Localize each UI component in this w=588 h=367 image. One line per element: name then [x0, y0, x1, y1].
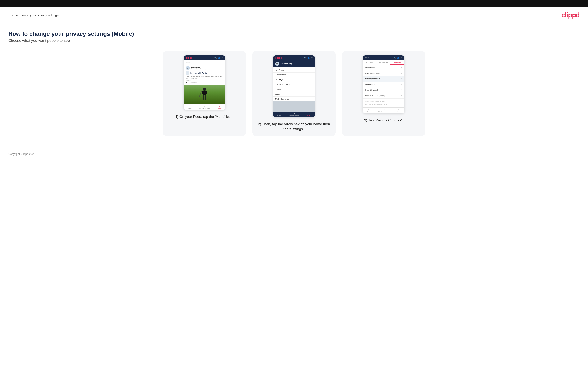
- svg-rect-5: [205, 95, 206, 100]
- menu-logout[interactable]: Logout: [273, 87, 315, 92]
- menu-help-support[interactable]: Help & Support ↗: [273, 82, 315, 87]
- nav-home-3[interactable]: ⌂ Home: [367, 108, 371, 113]
- menu-performance-section[interactable]: My Performance ∨: [273, 97, 315, 101]
- phone2-logo: clippd: [275, 57, 282, 59]
- phone2-icons: 🔍 👤 ⊕: [304, 57, 313, 59]
- svg-rect-4: [203, 95, 204, 100]
- menu-settings[interactable]: Settings: [273, 77, 315, 82]
- performance-icon-1: ↗: [204, 105, 206, 107]
- lesson-desc: Looking to feel like my hands are exitin…: [186, 75, 223, 79]
- nav-performance-1[interactable]: ↗ My Performance: [199, 105, 210, 109]
- phone1-logo: clippd: [186, 57, 192, 59]
- user-info-1: Blair McHarg Yesterday · Sunningdale: [191, 66, 209, 70]
- nav-menu-1[interactable]: ≡ Menu: [218, 105, 222, 109]
- nav-performance-label-3: My Performance: [378, 111, 389, 113]
- data-integrations-label: Data Integrations: [365, 72, 380, 74]
- tab-my-profile[interactable]: My Profile: [363, 60, 377, 65]
- phone1-icons: 🔍 👤 ⊕: [215, 57, 223, 59]
- menu-performance-label: My Performance: [275, 98, 289, 100]
- phone3-tabs: My Profile Connections Settings: [363, 60, 404, 65]
- search-icon: 🔍: [215, 57, 217, 59]
- phone2-topbar: clippd 🔍 👤 ⊕: [273, 55, 315, 60]
- svg-rect-3: [206, 91, 208, 94]
- nav-performance-3[interactable]: ↗ My Performance: [378, 108, 389, 113]
- phone1-user-row: BM Blair McHarg Yesterday · Sunningdale: [186, 66, 223, 70]
- step-1-card: clippd 🔍 👤 ⊕ Feed BM Blair McHarg Yester…: [163, 51, 246, 136]
- steps-container: clippd 🔍 👤 ⊕ Feed BM Blair McHarg Yester…: [8, 51, 580, 136]
- service-privacy-label: Service & Privacy Policy: [365, 95, 385, 97]
- phone1-topbar: clippd 🔍 👤 ⊕: [184, 55, 225, 60]
- close-icon-2: ✕: [308, 113, 310, 115]
- performance-icon-2: ↗: [294, 113, 295, 115]
- duration-label: Duration: [186, 80, 223, 82]
- home-icon-1: ⌂: [189, 105, 190, 107]
- menu-icon-1: ≡: [219, 105, 220, 107]
- settings-privacy-controls[interactable]: Privacy Controls ›: [363, 76, 404, 82]
- menu-list: My Profile Connections Settings Help & S…: [273, 67, 315, 92]
- nav-menu-label-3: Menu: [397, 111, 401, 113]
- settings-icon-3: ⊕: [401, 57, 402, 59]
- lesson-title: Lesson with Fordy: [190, 72, 207, 74]
- nav-home-2[interactable]: ⌂ Home: [277, 113, 281, 117]
- footer: Copyright Clippd 2022: [0, 148, 588, 160]
- settings-data-integrations[interactable]: Data Integrations ›: [363, 70, 404, 76]
- phone2-username: Blair McHarg: [281, 63, 292, 65]
- copyright: Copyright Clippd 2022: [8, 152, 35, 156]
- step-1-caption: 1) On your Feed, tap the 'Menu' icon.: [175, 114, 233, 119]
- chevron-my-golf-bag: ›: [401, 83, 402, 85]
- search-icon-3: 🔍: [394, 57, 396, 59]
- nav-performance-2[interactable]: ↗ My Performance: [289, 113, 299, 117]
- back-button[interactable]: < Back: [365, 57, 370, 59]
- page-subheading: Choose what you want people to see: [8, 38, 580, 43]
- phone2-blurred-bg: [273, 101, 315, 112]
- phone2-bottom-nav: ⌂ Home ↗ My Performance ✕ Menu: [273, 112, 315, 117]
- logo: clippd: [561, 11, 580, 19]
- phone2-user-left: BM Blair McHarg: [275, 62, 292, 66]
- menu-connections[interactable]: Connections: [273, 73, 315, 77]
- nav-close-2[interactable]: ✕ Menu: [307, 113, 311, 117]
- golfer-silhouette: [198, 87, 211, 104]
- privacy-controls-label: Privacy Controls: [365, 78, 380, 80]
- svg-rect-1: [203, 91, 206, 95]
- phone3-back-bar: < Back 🔍 👤 ⊕: [363, 55, 404, 60]
- lesson-icon: ✎: [186, 71, 189, 75]
- chevron-privacy-controls: ›: [401, 78, 402, 80]
- settings-service-privacy[interactable]: Service & Privacy Policy ↗: [363, 93, 404, 99]
- phone-mockup-3: < Back 🔍 👤 ⊕ My Profile Connections Sett…: [363, 55, 404, 113]
- menu-my-profile[interactable]: My Profile: [273, 68, 315, 73]
- settings-my-account[interactable]: My Account ›: [363, 65, 404, 70]
- version-server: GQL Server Version: 2022.7.30-1: [365, 103, 402, 105]
- phone1-post: BM Blair McHarg Yesterday · Sunningdale …: [184, 64, 225, 85]
- header: How to change your privacy settings clip…: [0, 8, 588, 22]
- page-heading: How to change your privacy settings (Mob…: [8, 31, 580, 37]
- external-help-icon: ↗: [401, 89, 402, 91]
- svg-rect-2: [202, 91, 203, 94]
- menu-icon-3: ≡: [398, 108, 399, 111]
- menu-home-section[interactable]: Home ∨: [273, 92, 315, 97]
- version-info: Clippd Client Version: 2022.8.3-3 GQL Se…: [363, 99, 404, 107]
- header-title: How to change your privacy settings: [8, 13, 59, 17]
- duration-val: 01 hr : 30 min: [186, 82, 223, 83]
- nav-menu-label-2: Menu: [307, 115, 311, 117]
- step-2-card: clippd 🔍 👤 ⊕ BM Blair McHarg ∧ My Prof: [252, 51, 336, 136]
- home-icon-2: ⌂: [279, 113, 279, 114]
- settings-my-golf-bag[interactable]: My Golf Bag ›: [363, 82, 404, 87]
- nav-menu-label-1: Menu: [218, 108, 222, 109]
- external-privacy-icon: ↗: [401, 95, 402, 96]
- user-icon-3: 👤: [397, 57, 399, 59]
- search-icon-2: 🔍: [304, 57, 306, 59]
- phone3-bottom-nav: ⌂ Home ↗ My Performance ≡ Menu: [363, 107, 404, 113]
- nav-menu-3[interactable]: ≡ Menu: [397, 108, 401, 113]
- settings-help-support[interactable]: Help & Support ↗: [363, 87, 404, 93]
- tab-connections[interactable]: Connections: [377, 60, 391, 65]
- nav-home-1[interactable]: ⌂ Home: [188, 105, 191, 109]
- top-bar: [0, 0, 588, 8]
- tab-settings[interactable]: Settings: [390, 60, 404, 65]
- main-content: How to change your privacy settings (Mob…: [0, 22, 588, 148]
- phone-mockup-1: clippd 🔍 👤 ⊕ Feed BM Blair McHarg Yester…: [184, 55, 225, 110]
- nav-home-label-1: Home: [188, 108, 191, 109]
- my-account-label: My Account: [365, 67, 375, 69]
- phone3-icons: 🔍 👤 ⊕: [394, 57, 402, 59]
- version-client: Clippd Client Version: 2022.8.3-3: [365, 101, 402, 103]
- collapse-icon[interactable]: ∧: [311, 63, 313, 65]
